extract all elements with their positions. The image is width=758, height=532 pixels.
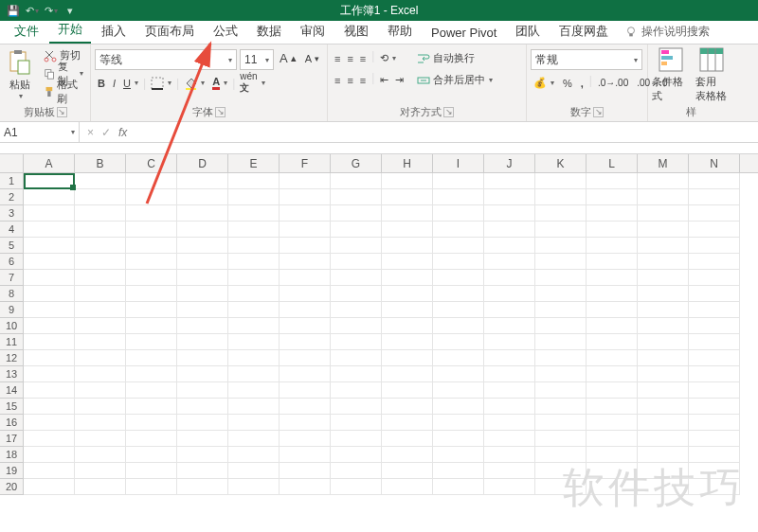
cell[interactable] (433, 254, 484, 270)
cell[interactable] (228, 302, 280, 318)
number-launcher[interactable]: ↘ (593, 107, 604, 117)
cell[interactable] (331, 382, 382, 399)
row-header[interactable]: 20 (0, 479, 23, 495)
cell[interactable] (177, 318, 228, 334)
cell[interactable] (24, 270, 75, 286)
cell[interactable] (75, 415, 126, 431)
cell[interactable] (280, 238, 331, 254)
cell[interactable] (280, 205, 331, 222)
cell[interactable] (24, 382, 75, 399)
cell[interactable] (331, 302, 382, 318)
worksheet-grid[interactable]: ABCDEFGHIJKLMN 1234567891011121314151617… (0, 154, 758, 532)
cell[interactable] (75, 479, 126, 495)
row-header[interactable]: 7 (0, 270, 23, 286)
cell[interactable] (587, 254, 638, 270)
fill-color-button[interactable]: ▾ (181, 74, 208, 92)
cell[interactable] (126, 382, 177, 399)
cell[interactable] (228, 286, 280, 302)
cell[interactable] (433, 366, 484, 382)
cell[interactable] (126, 447, 177, 463)
cell[interactable] (638, 399, 689, 415)
cell[interactable] (24, 286, 75, 302)
cell[interactable] (126, 366, 177, 382)
cell[interactable] (535, 431, 587, 447)
row-header[interactable]: 17 (0, 431, 23, 447)
cell[interactable] (587, 382, 638, 399)
cell[interactable] (638, 366, 689, 382)
cell[interactable] (689, 415, 740, 431)
row-header[interactable]: 12 (0, 350, 23, 366)
cell[interactable] (280, 447, 331, 463)
cell[interactable] (75, 222, 126, 238)
cell[interactable] (280, 254, 331, 270)
paste-button[interactable]: 粘贴▾ (4, 46, 37, 103)
cell[interactable] (24, 238, 75, 254)
cell[interactable] (280, 479, 331, 495)
cell[interactable] (75, 366, 126, 382)
cell[interactable] (382, 286, 433, 302)
cell[interactable] (433, 399, 484, 415)
cell[interactable] (24, 350, 75, 366)
row-header[interactable]: 2 (0, 189, 23, 205)
cell[interactable] (382, 366, 433, 382)
cell[interactable] (177, 222, 228, 238)
cell[interactable] (587, 318, 638, 334)
cell[interactable] (638, 447, 689, 463)
cell[interactable] (382, 463, 433, 479)
cell[interactable] (228, 270, 280, 286)
cell[interactable] (382, 302, 433, 318)
formula-input[interactable] (135, 122, 758, 142)
cell[interactable] (280, 302, 331, 318)
cell[interactable] (228, 222, 280, 238)
cell[interactable] (535, 334, 587, 350)
cell[interactable] (587, 205, 638, 222)
cell[interactable] (331, 350, 382, 366)
tab-review[interactable]: 审阅 (292, 19, 334, 44)
cell[interactable] (177, 399, 228, 415)
cell[interactable] (535, 415, 587, 431)
cell[interactable] (433, 205, 484, 222)
cell[interactable] (484, 431, 535, 447)
cell[interactable] (689, 302, 740, 318)
col-header[interactable]: B (75, 154, 126, 172)
cell[interactable] (535, 382, 587, 399)
cell[interactable] (535, 205, 587, 222)
cell[interactable] (535, 222, 587, 238)
cell[interactable] (228, 350, 280, 366)
cell[interactable] (331, 270, 382, 286)
cell[interactable] (689, 254, 740, 270)
redo-icon[interactable]: ↷▾ (44, 3, 59, 18)
cell[interactable] (75, 286, 126, 302)
cell[interactable] (689, 399, 740, 415)
cell[interactable] (587, 173, 638, 189)
cell[interactable] (75, 399, 126, 415)
align-left-button[interactable]: ≡ (332, 71, 343, 89)
row-header[interactable]: 5 (0, 238, 23, 254)
cell[interactable] (331, 334, 382, 350)
cell[interactable] (126, 254, 177, 270)
cell[interactable] (331, 479, 382, 495)
cell[interactable] (24, 318, 75, 334)
cell[interactable] (535, 189, 587, 205)
font-color-button[interactable]: A▾ (209, 74, 230, 92)
col-header[interactable]: D (177, 154, 228, 172)
cell[interactable] (587, 447, 638, 463)
cell[interactable] (535, 479, 587, 495)
cell[interactable] (126, 205, 177, 222)
cell[interactable] (689, 463, 740, 479)
cell[interactable] (484, 399, 535, 415)
increase-decimal-button[interactable]: .0→.00 (595, 74, 631, 92)
cell[interactable] (638, 205, 689, 222)
cell[interactable] (587, 463, 638, 479)
cell[interactable] (126, 222, 177, 238)
tab-insert[interactable]: 插入 (93, 19, 135, 44)
cell[interactable] (331, 286, 382, 302)
cell[interactable] (75, 254, 126, 270)
cell[interactable] (24, 463, 75, 479)
cell[interactable] (433, 479, 484, 495)
align-right-button[interactable]: ≡ (357, 71, 369, 89)
cell[interactable] (280, 382, 331, 399)
cell[interactable] (24, 189, 75, 205)
cell[interactable] (228, 463, 280, 479)
cell[interactable] (331, 447, 382, 463)
